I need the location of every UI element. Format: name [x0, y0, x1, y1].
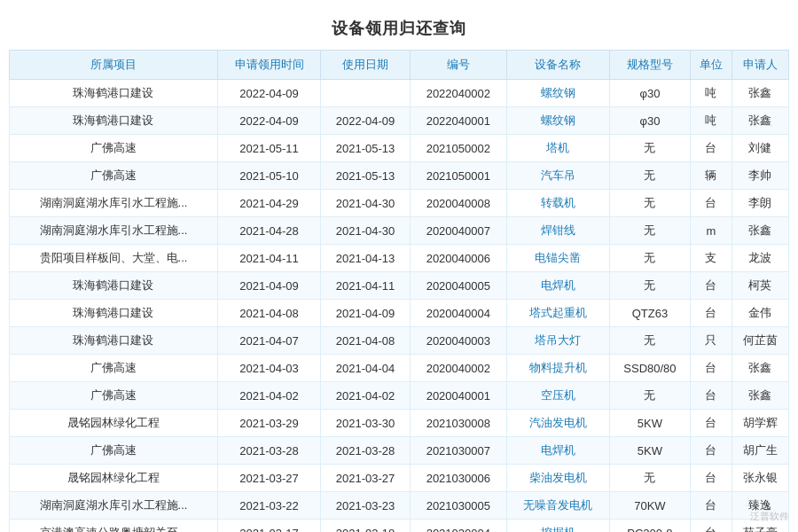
unit-cell: 辆 [691, 162, 732, 190]
device-cell[interactable]: 塔吊大灯 [506, 327, 609, 355]
device-link[interactable]: 空压机 [541, 388, 575, 402]
project-cell: 广佛高速 [10, 382, 218, 410]
device-link[interactable]: 塔吊大灯 [535, 333, 581, 347]
applicant-cell: 张鑫 [732, 80, 788, 107]
apply-date-cell: 2021-03-17 [217, 520, 320, 533]
code-cell: 2022040001 [411, 107, 507, 135]
device-cell[interactable]: 挖掘机 [506, 520, 609, 533]
unit-cell: 台 [691, 190, 732, 217]
code-cell: 2020040004 [411, 300, 507, 327]
device-link[interactable]: 塔式起重机 [529, 306, 587, 319]
unit-cell: 支 [691, 245, 732, 272]
unit-cell: 吨 [691, 107, 732, 135]
project-cell: 京港澳高速公路粤塘韶关至... [10, 520, 218, 533]
applicant-cell: 何芷茵 [732, 327, 788, 355]
table-row: 珠海鹤港口建设2021-04-072021-04-082020040003塔吊大… [10, 327, 789, 355]
code-cell: 2020040001 [411, 382, 507, 410]
apply-date-cell: 2022-04-09 [217, 107, 320, 135]
use-date-cell: 2021-03-30 [321, 410, 411, 437]
device-cell[interactable]: 物料提升机 [506, 355, 609, 382]
code-cell: 2021030006 [411, 465, 507, 492]
column-header: 使用日期 [321, 51, 411, 80]
apply-date-cell: 2021-04-07 [217, 327, 320, 355]
column-header: 所属项目 [10, 51, 218, 80]
project-cell: 珠海鹤港口建设 [10, 300, 218, 327]
spec-cell: φ30 [609, 107, 690, 135]
spec-cell: 无 [609, 217, 690, 245]
watermark-text: 泛普软件 [750, 510, 789, 523]
table-row: 珠海鹤港口建设2022-04-092022040002螺纹钢φ30吨张鑫 [10, 80, 789, 107]
device-link[interactable]: 柴油发电机 [529, 471, 587, 484]
device-link[interactable]: 螺纹钢 [541, 113, 575, 127]
device-link[interactable]: 转载机 [541, 196, 575, 209]
device-cell[interactable]: 转载机 [506, 190, 609, 217]
device-cell[interactable]: 塔机 [506, 135, 609, 162]
use-date-cell: 2021-05-13 [321, 162, 411, 190]
device-link[interactable]: 汽油发电机 [529, 416, 587, 429]
use-date-cell: 2022-04-09 [321, 107, 411, 135]
apply-date-cell: 2021-05-10 [217, 162, 320, 190]
spec-cell: PC200-8 [609, 520, 690, 533]
unit-cell: 台 [691, 272, 732, 300]
column-header: 编号 [411, 51, 507, 80]
unit-cell: 台 [691, 465, 732, 492]
device-cell[interactable]: 螺纹钢 [506, 107, 609, 135]
apply-date-cell: 2021-03-22 [217, 492, 320, 520]
unit-cell: 台 [691, 520, 732, 533]
table-row: 贵阳项目样板间、大堂、电...2021-04-112021-04-1320200… [10, 245, 789, 272]
table-row: 晟铭园林绿化工程2021-03-292021-03-302021030008汽油… [10, 410, 789, 437]
device-cell[interactable]: 汽油发电机 [506, 410, 609, 437]
device-link[interactable]: 电焊机 [541, 278, 575, 292]
use-date-cell: 2021-04-04 [321, 355, 411, 382]
table-row: 广佛高速2021-05-112021-05-132021050002塔机无台刘健 [10, 135, 789, 162]
device-link[interactable]: 无噪音发电机 [523, 498, 592, 512]
use-date-cell: 2021-04-08 [321, 327, 411, 355]
table-header: 所属项目申请领用时间使用日期编号设备名称规格型号单位申请人 [10, 51, 789, 80]
device-cell[interactable]: 空压机 [506, 382, 609, 410]
code-cell: 2021030005 [411, 492, 507, 520]
apply-date-cell: 2022-04-09 [217, 80, 320, 107]
device-cell[interactable]: 柴油发电机 [506, 465, 609, 492]
page-title: 设备领用归还查询 [0, 9, 798, 50]
project-cell: 贵阳项目样板间、大堂、电... [10, 245, 218, 272]
applicant-cell: 胡学辉 [732, 410, 788, 437]
device-cell[interactable]: 螺纹钢 [506, 80, 609, 107]
spec-cell: 无 [609, 382, 690, 410]
device-cell[interactable]: 电焊机 [506, 437, 609, 465]
table-row: 晟铭园林绿化工程2021-03-272021-03-272021030006柴油… [10, 465, 789, 492]
device-cell[interactable]: 汽车吊 [506, 162, 609, 190]
applicant-cell: 金伟 [732, 300, 788, 327]
applicant-cell: 李帅 [732, 162, 788, 190]
applicant-cell: 龙波 [732, 245, 788, 272]
device-cell[interactable]: 无噪音发电机 [506, 492, 609, 520]
unit-cell: 台 [691, 300, 732, 327]
table-row: 湖南洞庭湖水库引水工程施...2021-04-282021-04-3020200… [10, 217, 789, 245]
project-cell: 珠海鹤港口建设 [10, 107, 218, 135]
unit-cell: 台 [691, 437, 732, 465]
device-link[interactable]: 物料提升机 [529, 361, 587, 374]
device-link[interactable]: 挖掘机 [541, 526, 575, 532]
use-date-cell: 2021-05-13 [321, 135, 411, 162]
project-cell: 珠海鹤港口建设 [10, 80, 218, 107]
use-date-cell [321, 80, 411, 107]
use-date-cell: 2021-03-28 [321, 437, 411, 465]
applicant-cell: 张鑫 [732, 107, 788, 135]
device-cell[interactable]: 电焊机 [506, 272, 609, 300]
code-cell: 2020040005 [411, 272, 507, 300]
device-link[interactable]: 螺纹钢 [541, 86, 575, 99]
apply-date-cell: 2021-04-28 [217, 217, 320, 245]
use-date-cell: 2021-04-13 [321, 245, 411, 272]
device-link[interactable]: 汽车吊 [541, 168, 575, 182]
apply-date-cell: 2021-04-11 [217, 245, 320, 272]
device-cell[interactable]: 焊钳线 [506, 217, 609, 245]
device-link[interactable]: 塔机 [546, 141, 569, 154]
table-row: 广佛高速2021-03-282021-03-282021030007电焊机5KW… [10, 437, 789, 465]
device-link[interactable]: 电锚尖凿 [535, 251, 581, 264]
unit-cell: 吨 [691, 80, 732, 107]
table-container: 所属项目申请领用时间使用日期编号设备名称规格型号单位申请人 珠海鹤港口建设202… [0, 50, 798, 532]
device-link[interactable]: 电焊机 [541, 443, 575, 457]
device-cell[interactable]: 塔式起重机 [506, 300, 609, 327]
device-link[interactable]: 焊钳线 [541, 223, 575, 237]
header-row: 所属项目申请领用时间使用日期编号设备名称规格型号单位申请人 [10, 51, 789, 80]
device-cell[interactable]: 电锚尖凿 [506, 245, 609, 272]
